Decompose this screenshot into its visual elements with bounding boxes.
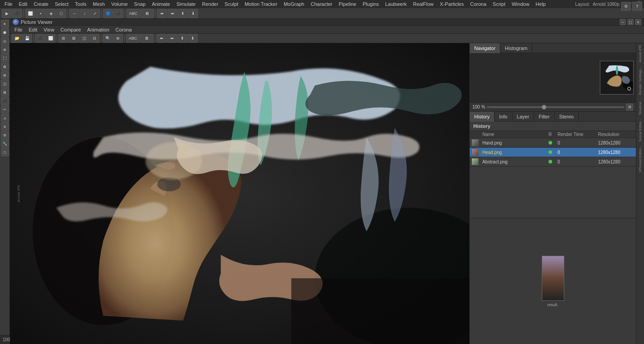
pv-toolbar-btn-8[interactable]: ⊟ bbox=[90, 34, 100, 43]
toolbar-btn-12[interactable]: ABC bbox=[127, 9, 140, 18]
toolbar-btn-13[interactable]: B bbox=[141, 9, 154, 18]
menu-snap[interactable]: Snap bbox=[132, 0, 149, 8]
menu-render[interactable]: Render bbox=[199, 0, 221, 8]
menu-help[interactable]: Help bbox=[533, 0, 549, 8]
vertical-label-scene-editor[interactable]: Scene Editor... bbox=[638, 117, 643, 144]
tab-histogram[interactable]: Histogram bbox=[500, 43, 532, 53]
tab-filter[interactable]: Filter bbox=[534, 112, 554, 122]
menu-create[interactable]: Create bbox=[31, 0, 51, 8]
sidebar-icon-11[interactable]: ✂ bbox=[1, 105, 9, 113]
menu-mograph[interactable]: MoGraph bbox=[281, 0, 307, 8]
sidebar-icon-14[interactable]: ⚙ bbox=[1, 131, 9, 139]
sidebar-icon-3[interactable]: ◎ bbox=[1, 37, 9, 45]
menu-file[interactable]: File bbox=[2, 0, 15, 8]
menu-mesh[interactable]: Mesh bbox=[90, 0, 108, 8]
menu-motion-tracker[interactable]: Motion Tracker bbox=[242, 0, 280, 8]
tab-navigator[interactable]: Navigator bbox=[470, 43, 500, 53]
pv-menu-edit[interactable]: Edit bbox=[26, 26, 40, 34]
pv-toolbar-btn-4[interactable]: ⬜ bbox=[45, 34, 55, 43]
gear-icon[interactable]: ⚙ bbox=[621, 2, 631, 11]
pv-menu-animation[interactable]: Animation bbox=[85, 26, 112, 34]
menu-xparticles[interactable]: X-Particles bbox=[437, 0, 467, 8]
pv-toolbar-btn-1[interactable]: 📁 bbox=[12, 34, 22, 43]
pv-toolbar-btn-2[interactable]: 💾 bbox=[22, 34, 32, 43]
toolbar-btn-8[interactable]: ↕ bbox=[80, 9, 90, 18]
sidebar-icon-7[interactable]: ⊞ bbox=[1, 71, 9, 79]
tab-info[interactable]: Info bbox=[494, 112, 512, 122]
menu-volume[interactable]: Volume bbox=[109, 0, 131, 8]
sidebar-icon-2[interactable]: ⬢ bbox=[1, 28, 9, 36]
sidebar-icon-15[interactable]: 🔧 bbox=[1, 140, 9, 148]
zoom-slider[interactable] bbox=[487, 106, 624, 108]
sidebar-icon-4[interactable]: ⊕ bbox=[1, 45, 9, 54]
history-row-hand[interactable]: Hand.png 0 1280x1280 bbox=[470, 138, 636, 148]
history-row-head[interactable]: Head.png 0 1280x1280 bbox=[470, 148, 636, 157]
menu-script[interactable]: Script bbox=[490, 0, 508, 8]
sidebar-icon-16[interactable]: ⬡ bbox=[1, 148, 9, 156]
menu-laubwerk[interactable]: Laubwerk bbox=[382, 0, 409, 8]
pv-toolbar-btn-14[interactable]: ➡ bbox=[167, 34, 177, 43]
sidebar-icon-1[interactable]: ✦ bbox=[1, 20, 9, 28]
sidebar-icon-12[interactable]: ⊿ bbox=[1, 114, 9, 122]
zoom-fit-btn[interactable]: ⊞ bbox=[626, 104, 633, 111]
menu-edit[interactable]: Edit bbox=[16, 0, 30, 8]
sidebar-icon-9[interactable]: ⊠ bbox=[1, 88, 9, 96]
toolbar-btn-10[interactable]: 🔵 bbox=[103, 9, 113, 18]
nav-thumbnail[interactable] bbox=[600, 61, 634, 95]
menu-plugins[interactable]: Plugins bbox=[360, 0, 381, 8]
toolbar-btn-14[interactable]: ⬅ bbox=[157, 9, 167, 18]
toolbar-btn-5[interactable]: ◈ bbox=[46, 9, 56, 18]
sidebar-icon-6[interactable]: ✿ bbox=[1, 63, 9, 71]
toolbar-btn-4[interactable]: ▪ bbox=[36, 9, 45, 18]
pv-minimize-btn[interactable]: − bbox=[620, 19, 626, 25]
menu-select[interactable]: Select bbox=[52, 0, 72, 8]
pv-menu-compare[interactable]: Compare bbox=[58, 26, 83, 34]
pv-toolbar-btn-5[interactable]: ⊞ bbox=[59, 34, 68, 43]
pv-toolbar-btn-7[interactable]: ◫ bbox=[79, 34, 89, 43]
pv-toolbar-btn-15[interactable]: ⬆ bbox=[177, 34, 187, 43]
tab-layer[interactable]: Layer bbox=[512, 112, 535, 122]
tab-history[interactable]: History bbox=[470, 112, 494, 122]
sidebar-icon-8[interactable]: ◫ bbox=[1, 80, 9, 88]
pv-toolbar-btn-10[interactable]: ⊕ bbox=[113, 34, 123, 43]
sidebar-icon-5[interactable]: ⛶ bbox=[1, 54, 9, 62]
menu-simulate[interactable]: Simulate bbox=[174, 0, 199, 8]
pv-close-btn[interactable]: × bbox=[635, 19, 641, 25]
menu-realflow[interactable]: RealFlow bbox=[410, 0, 436, 8]
toolbar-btn-17[interactable]: ⬇ bbox=[188, 9, 198, 18]
toolbar-btn-7[interactable]: ↔ bbox=[69, 9, 79, 18]
pv-maximize-btn[interactable]: □ bbox=[627, 19, 634, 25]
pv-menu-file[interactable]: File bbox=[12, 26, 25, 34]
history-row-abstract[interactable]: Abstract.png 0 1280x1280 bbox=[470, 157, 636, 167]
pv-toolbar-btn-3[interactable]: ⬛ bbox=[35, 34, 45, 43]
menu-window[interactable]: Window bbox=[509, 0, 532, 8]
vertical-label-arnold-ipr[interactable]: Arnold IPR bbox=[638, 43, 643, 64]
pv-toolbar-btn-16[interactable]: ⬇ bbox=[188, 34, 198, 43]
toolbar-btn-2[interactable]: ⬛ bbox=[12, 9, 22, 18]
menu-animate[interactable]: Animate bbox=[149, 0, 172, 8]
menu-pipeline[interactable]: Pipeline bbox=[336, 0, 359, 8]
zoom-slider-thumb[interactable] bbox=[542, 105, 546, 109]
menu-sculpt[interactable]: Sculpt bbox=[222, 0, 241, 8]
vertical-label-timeline[interactable]: Timeline... bbox=[638, 97, 643, 117]
pv-toolbar-btn-11[interactable]: ABC bbox=[126, 34, 140, 43]
toolbar-btn-11[interactable]: ⚫ bbox=[113, 9, 123, 18]
toolbar-btn-9[interactable]: ⤢ bbox=[90, 9, 100, 18]
type-icon[interactable]: T bbox=[632, 2, 642, 11]
pv-menu-view[interactable]: View bbox=[41, 26, 57, 34]
toolbar-btn-3[interactable]: ⬜ bbox=[25, 9, 35, 18]
toolbar-btn-16[interactable]: ⬆ bbox=[178, 9, 188, 18]
vertical-label-xpresso[interactable]: XPresso Editor... bbox=[638, 144, 643, 174]
toolbar-btn-15[interactable]: ➡ bbox=[168, 9, 177, 18]
sidebar-icon-10[interactable]: ⬛ bbox=[1, 97, 9, 105]
menu-character[interactable]: Character bbox=[308, 0, 335, 8]
pv-toolbar-btn-9[interactable]: 🔍 bbox=[103, 34, 113, 43]
sidebar-icon-13[interactable]: $ bbox=[1, 122, 9, 131]
toolbar-btn-1[interactable]: ▶ bbox=[2, 9, 12, 18]
pv-toolbar-btn-12[interactable]: B bbox=[140, 34, 154, 43]
menu-tools[interactable]: Tools bbox=[72, 0, 89, 8]
pv-menu-corona[interactable]: Corona bbox=[113, 26, 135, 34]
pv-toolbar-btn-6[interactable]: ⊠ bbox=[69, 34, 79, 43]
tab-stereo[interactable]: Stereo bbox=[555, 112, 579, 122]
vertical-label-render-settings[interactable]: Render Settings... bbox=[638, 64, 643, 97]
